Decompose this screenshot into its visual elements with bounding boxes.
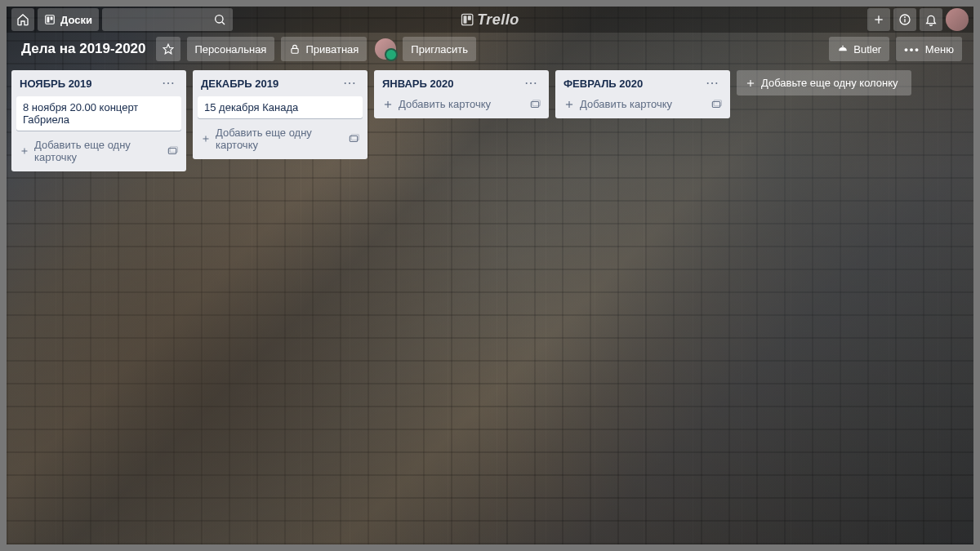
svg-rect-6 <box>463 16 466 23</box>
list-title[interactable]: ФЕВРАЛЬ 2020 <box>564 78 643 90</box>
star-button[interactable] <box>156 37 180 61</box>
home-icon <box>16 13 29 26</box>
ellipsis-icon: ⋯ <box>524 76 537 90</box>
svg-point-3 <box>216 16 223 23</box>
list-footer: Добавить карточку <box>560 95 725 113</box>
ellipsis-icon: ⋯ <box>343 76 356 90</box>
list-title[interactable]: НОЯБРЬ 2019 <box>20 78 92 90</box>
list-menu-button[interactable]: ⋯ <box>702 77 722 90</box>
list-title[interactable]: ДЕКАБРЬ 2019 <box>201 78 278 90</box>
template-icon <box>529 99 541 110</box>
svg-rect-14 <box>292 48 298 53</box>
list: НОЯБРЬ 2019 ⋯ 8 ноября 20.00 концерт Габ… <box>11 70 186 171</box>
svg-point-12 <box>905 17 906 18</box>
template-icon <box>167 145 178 157</box>
boards-icon <box>44 14 56 25</box>
card[interactable]: 15 декабря Канада <box>198 96 363 118</box>
list-header: ЯНВАРЬ 2020 ⋯ <box>379 75 544 91</box>
add-list-label: Добавьте еще одну колонку <box>761 77 898 89</box>
invite-button[interactable]: Пригласить <box>403 37 476 61</box>
notifications-button[interactable] <box>920 8 942 31</box>
add-card-label: Добавить карточку <box>399 98 491 110</box>
ellipsis-icon: ⋯ <box>706 76 719 90</box>
add-card-button[interactable]: Добавить еще одну карточку <box>16 136 158 167</box>
list: ФЕВРАЛЬ 2020 ⋯ Добавить карточку <box>555 70 730 118</box>
svg-rect-2 <box>51 17 53 20</box>
butler-button[interactable]: Butler <box>829 37 889 61</box>
ellipsis-icon: ••• <box>904 43 920 56</box>
plus-icon <box>382 99 394 110</box>
list-footer: Добавить карточку <box>379 95 544 113</box>
list-menu-button[interactable]: ⋯ <box>158 77 178 90</box>
menu-button[interactable]: ••• Меню <box>896 37 962 61</box>
plus-icon <box>20 145 29 157</box>
invite-label: Пригласить <box>411 43 468 56</box>
butler-icon <box>837 43 849 55</box>
plus-icon <box>745 78 756 89</box>
board-canvas[interactable]: НОЯБРЬ 2019 ⋯ 8 ноября 20.00 концерт Габ… <box>7 65 973 176</box>
card-template-button[interactable] <box>345 131 363 146</box>
card-template-button[interactable] <box>707 97 725 112</box>
plus-icon <box>872 13 885 26</box>
ellipsis-icon: ⋯ <box>162 76 175 90</box>
butler-label: Butler <box>853 43 881 56</box>
bell-icon <box>924 13 938 26</box>
card-template-button[interactable] <box>526 97 544 112</box>
board-header: Дела на 2019-2020 Персональная Приватная… <box>7 33 973 65</box>
add-card-button[interactable]: Добавить карточку <box>560 95 702 113</box>
list-menu-button[interactable]: ⋯ <box>340 77 359 90</box>
svg-line-4 <box>222 22 225 24</box>
trello-icon <box>461 13 474 26</box>
boards-button[interactable]: Доски <box>38 8 99 31</box>
svg-point-15 <box>842 46 844 47</box>
add-card-button[interactable]: Добавить карточку <box>379 95 521 113</box>
team-label: Персональная <box>195 43 267 56</box>
card-template-button[interactable] <box>163 144 181 158</box>
info-button[interactable] <box>893 8 916 31</box>
plus-icon <box>201 133 211 144</box>
add-card-button[interactable]: Добавить еще одну карточку <box>198 123 340 154</box>
user-avatar[interactable] <box>946 8 969 31</box>
svg-rect-7 <box>468 16 471 20</box>
list-header: НОЯБРЬ 2019 ⋯ <box>16 75 181 91</box>
list-header: ДЕКАБРЬ 2019 ⋯ <box>198 75 363 91</box>
add-card-label: Добавить карточку <box>580 98 672 110</box>
list-footer: Добавить еще одну карточку <box>16 136 181 167</box>
template-icon <box>348 133 359 144</box>
create-button[interactable] <box>867 8 890 31</box>
add-card-label: Добавить еще одну карточку <box>34 139 155 163</box>
brand-logo[interactable]: Trello <box>461 7 519 33</box>
search-icon <box>213 13 226 26</box>
add-card-label: Добавить еще одну карточку <box>216 127 336 151</box>
board-title[interactable]: Дела на 2019-2020 <box>15 41 153 57</box>
global-header: Доски Trello <box>7 7 973 33</box>
info-icon <box>898 13 911 26</box>
boards-label: Доски <box>60 14 92 26</box>
svg-rect-0 <box>46 16 55 24</box>
list-menu-button[interactable]: ⋯ <box>521 77 541 90</box>
brand-text: Trello <box>477 11 519 29</box>
list-footer: Добавить еще одну карточку <box>198 123 363 154</box>
plus-icon <box>564 99 575 110</box>
list: ЯНВАРЬ 2020 ⋯ Добавить карточку <box>374 70 549 118</box>
lock-icon <box>289 43 301 55</box>
home-button[interactable] <box>11 8 34 31</box>
list-header: ФЕВРАЛЬ 2020 ⋯ <box>560 75 725 91</box>
add-list-button[interactable]: Добавьте еще одну колонку <box>737 70 911 96</box>
privacy-label: Приватная <box>305 43 359 56</box>
search-input[interactable] <box>102 8 233 31</box>
member-avatar[interactable] <box>375 38 396 60</box>
svg-rect-1 <box>47 17 50 23</box>
team-button[interactable]: Персональная <box>187 37 275 61</box>
card[interactable]: 8 ноября 20.00 концерт Габриела <box>16 96 181 131</box>
template-icon <box>710 99 722 110</box>
menu-label: Меню <box>925 43 954 56</box>
list-title[interactable]: ЯНВАРЬ 2020 <box>382 78 453 90</box>
privacy-button[interactable]: Приватная <box>281 37 367 61</box>
svg-marker-13 <box>163 44 173 54</box>
svg-rect-5 <box>461 14 472 24</box>
list: ДЕКАБРЬ 2019 ⋯ 15 декабря Канада Добавит… <box>193 70 368 159</box>
star-icon <box>163 43 174 55</box>
